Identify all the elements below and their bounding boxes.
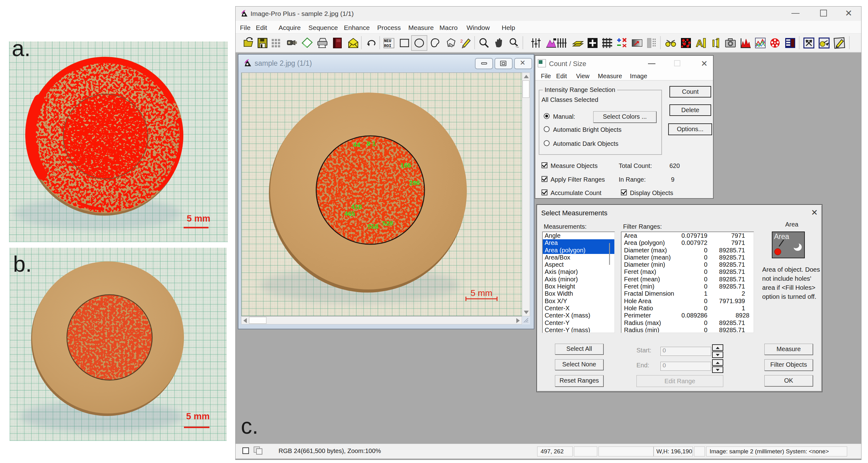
svg-text:A: A	[696, 38, 703, 49]
svg-text:2: 2	[460, 39, 463, 44]
svg-text:44: 44	[353, 141, 361, 148]
svg-text:I: I	[712, 38, 715, 49]
svg-text:NEU: NEU	[384, 39, 391, 43]
svg-text:5 mm: 5 mm	[187, 213, 210, 223]
svg-text:528: 528	[382, 220, 393, 227]
svg-text:5 mm: 5 mm	[471, 288, 492, 298]
svg-text:418: 418	[351, 203, 362, 210]
svg-text:558: 558	[368, 223, 378, 230]
svg-text:166: 166	[400, 162, 411, 169]
svg-text:5 mm: 5 mm	[186, 411, 210, 421]
svg-text:8 1: 8 1	[367, 140, 376, 147]
svg-text:465: 465	[344, 210, 355, 217]
svg-text:ROI: ROI	[384, 44, 391, 48]
svg-text:286: 286	[409, 179, 420, 186]
